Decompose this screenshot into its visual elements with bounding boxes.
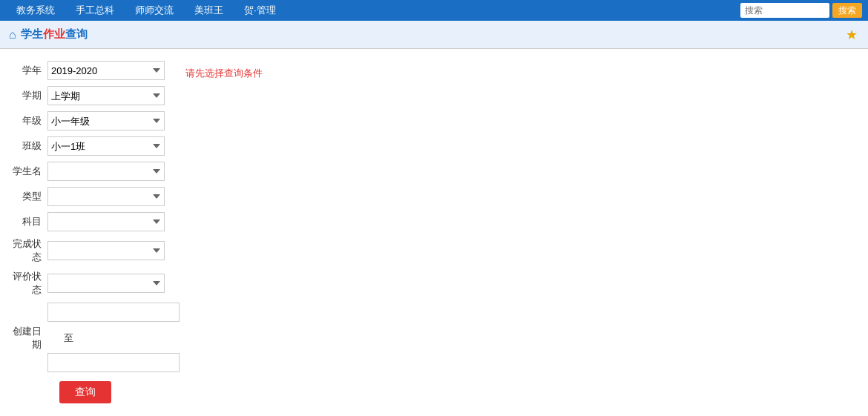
xuenian-row: 学年 2019-2020 2018-2019 2017-2018 [6,61,165,80]
date-row: 创建日期 至 [6,303,165,375]
nianji-label: 年级 [6,114,47,128]
xueshengming-row: 学生名 [6,162,165,181]
date-from-wrapper [6,303,165,322]
query-button[interactable]: 查询 [59,381,111,403]
xueshengming-label: 学生名 [6,165,47,178]
page-title: 学生作业查询 [21,27,88,42]
top-nav: 教务系统 手工总科 师师交流 美班王 贺·管理 搜索 [0,0,868,21]
banji-row: 班级 小一1班 小一2班 小一3班 [6,136,165,156]
xueqi-select[interactable]: 上学期 下学期 [47,86,165,105]
banji-select[interactable]: 小一1班 小一2班 小一3班 [47,136,165,156]
xueqi-label: 学期 [6,89,47,102]
nianji-select[interactable]: 小一年级 小二年级 小三年级 [47,111,165,131]
page-area: ⌂ 学生作业查询 ★ 学年 2019-2020 2018-2019 2017-2… [0,21,868,416]
right-panel: 请先选择查询条件 [171,56,868,408]
page-header: ⌂ 学生作业查询 ★ [0,21,868,49]
nav-item-guanli[interactable]: 贺·管理 [234,0,286,21]
hint-text: 请先选择查询条件 [185,67,263,79]
kemu-label: 科目 [6,215,47,228]
search-button[interactable]: 搜索 [832,3,862,18]
date-label-row: 创建日期 至 [6,325,165,351]
xuenian-label: 学年 [6,64,47,77]
wancheng-select[interactable] [47,241,165,260]
nav-item-meiban[interactable]: 美班王 [184,0,234,21]
xueshengming-select[interactable] [47,162,165,181]
star-icon[interactable]: ★ [846,27,858,43]
nav-item-jiaoliu[interactable]: 师师交流 [125,0,184,21]
wancheng-label: 完成状态 [6,237,47,264]
date-from-input[interactable] [47,303,180,322]
home-icon: ⌂ [9,28,16,42]
xuenian-select[interactable]: 2019-2020 2018-2019 2017-2018 [47,61,165,80]
pingjia-row: 评价状态 [6,270,165,297]
top-search: 搜索 [740,3,862,18]
nianji-row: 年级 小一年级 小二年级 小三年级 [6,111,165,131]
main-content: 学年 2019-2020 2018-2019 2017-2018 学期 上学期 … [0,49,868,415]
form-panel: 学年 2019-2020 2018-2019 2017-2018 学期 上学期 … [0,56,171,408]
kemu-select[interactable] [47,212,165,231]
chuangjian-label: 创建日期 [6,325,47,351]
kemu-row: 科目 [6,212,165,231]
date-to-wrapper [6,353,165,372]
leixing-select[interactable] [47,187,165,206]
search-input[interactable] [740,3,829,18]
pingjia-select[interactable] [47,274,165,293]
pingjia-label: 评价状态 [6,270,47,297]
date-to-label: 至 [47,331,89,345]
date-to-input[interactable] [47,353,180,372]
wancheng-row: 完成状态 [6,237,165,264]
leixing-row: 类型 [6,187,165,206]
nav-item-shouji[interactable]: 手工总科 [65,0,125,21]
leixing-label: 类型 [6,190,47,203]
nav-item-jiaowu[interactable]: 教务系统 [6,0,65,21]
banji-label: 班级 [6,139,47,153]
xueqi-row: 学期 上学期 下学期 [6,86,165,105]
query-row: 查询 [6,381,165,403]
